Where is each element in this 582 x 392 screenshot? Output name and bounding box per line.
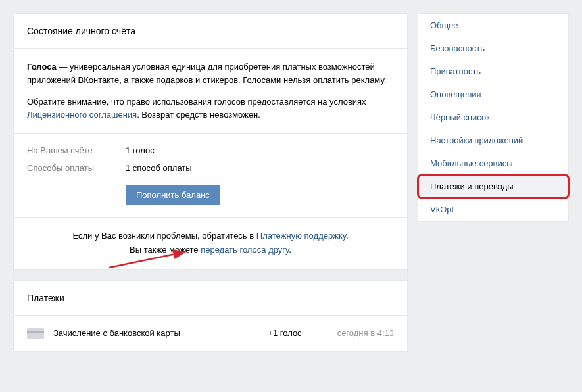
description-block: Голоса — универсальная условная единица … [14, 49, 407, 134]
topup-balance-button[interactable]: Пополнить баланс [126, 185, 220, 205]
page-container: Состояние личного счёта Голоса — универс… [0, 0, 582, 365]
sidebar-item-privacy[interactable]: Приватность [418, 60, 568, 83]
account-label: На Вашем счёте [27, 145, 126, 155]
main-panel: Состояние личного счёта Голоса — универс… [13, 13, 408, 352]
payment-support-link[interactable]: Платёжную поддержку [256, 231, 346, 241]
sidebar-item-notifications[interactable]: Оповещения [418, 83, 568, 106]
info-text-2a: Вы также можете [130, 245, 201, 255]
credit-card-icon [27, 328, 44, 339]
sidebar-item-label: Мобильные сервисы [430, 159, 513, 168]
methods-label: Способы оплаты [27, 163, 126, 173]
settings-sidebar: Общее Безопасность Приватность Оповещени… [418, 13, 569, 222]
sidebar-item-label: Общее [430, 20, 458, 30]
sidebar-item-payments[interactable]: Платежи и переводы [418, 175, 568, 198]
section-header-payments: Платежи [14, 281, 407, 316]
info-line-1: Если у Вас возникли проблемы, обратитесь… [27, 230, 394, 243]
info-text-2b: . [289, 245, 291, 255]
section-gap [14, 269, 407, 281]
sidebar-item-label: Безопасность [430, 43, 485, 53]
sidebar-item-label: Оповещения [430, 89, 481, 99]
description-paragraph-2: Обратите внимание, что право использован… [27, 95, 394, 121]
sidebar-item-label: Платежи и переводы [430, 182, 514, 191]
sidebar-item-vkopt[interactable]: VkOpt [418, 198, 568, 221]
section-header-balance: Состояние личного счёта [14, 14, 407, 49]
payment-date: сегодня в 4:13 [337, 328, 394, 338]
account-value: 1 голос [126, 145, 155, 155]
sidebar-item-app-settings[interactable]: Настройки приложений [418, 129, 568, 152]
payment-description: Зачисление с банковской карты [53, 328, 258, 338]
sidebar-item-label: Настройки приложений [430, 135, 523, 145]
votes-term: Голоса [27, 62, 57, 72]
sidebar-item-security[interactable]: Безопасность [418, 37, 568, 60]
payment-amount: +1 голос [268, 328, 301, 338]
sidebar-item-mobile-services[interactable]: Мобильные сервисы [418, 152, 568, 175]
payment-methods-link[interactable]: 1 способ оплаты [126, 163, 192, 173]
description-paragraph-1: Голоса — универсальная условная единица … [27, 61, 394, 86]
sidebar-item-blacklist[interactable]: Чёрный список [418, 106, 568, 129]
sidebar-item-general[interactable]: Общее [418, 14, 568, 37]
desc-text-2b: . Возврат средств невозможен. [137, 110, 260, 120]
desc-text-2a: Обратите внимание, что право использован… [27, 97, 366, 107]
sidebar-item-label: Чёрный список [430, 112, 490, 122]
sidebar-item-label: Приватность [430, 66, 481, 76]
payment-row: Зачисление с банковской карты +1 голос с… [14, 316, 407, 351]
balance-row-methods: Способы оплаты 1 способ оплаты [27, 163, 394, 173]
info-text-1b: . [346, 231, 349, 241]
desc-text-1: — универсальная условная единица для при… [27, 62, 386, 85]
info-line-2: Вы также можете передать голоса другу. [27, 243, 394, 257]
balance-row-account: На Вашем счёте 1 голос [27, 145, 394, 155]
transfer-votes-link[interactable]: передать голоса другу [201, 245, 289, 255]
balance-block: На Вашем счёте 1 голос Способы оплаты 1 … [14, 134, 407, 218]
sidebar-item-label: VkOpt [430, 205, 454, 214]
info-text-1a: Если у Вас возникли проблемы, обратитесь… [72, 231, 256, 241]
license-agreement-link[interactable]: Лицензионного соглашения [27, 110, 137, 120]
info-block: Если у Вас возникли проблемы, обратитесь… [14, 218, 407, 269]
